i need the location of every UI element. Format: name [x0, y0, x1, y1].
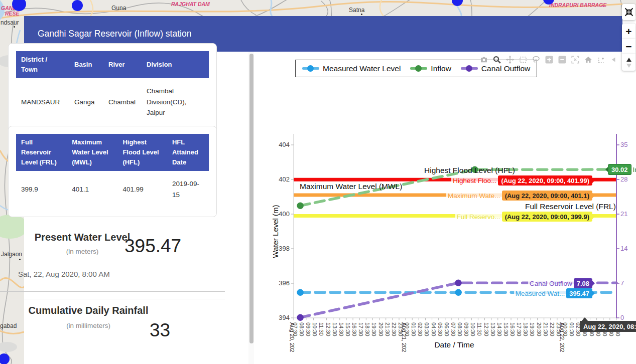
x-axis-tick-label: 05:30 [437, 322, 443, 336]
hover-label-pointer [592, 281, 597, 286]
station-info-card: District / Town Basin River Division MAN… [8, 43, 217, 135]
frl-cell: 399.9 [16, 171, 67, 209]
map-label: RESE [5, 11, 20, 17]
hover-label: Measured Wat...395.47 [514, 288, 597, 298]
rainfall-unit: (in millimeters) [18, 322, 159, 329]
map-tilt-button[interactable] [622, 54, 635, 71]
column-header: Division [142, 51, 209, 78]
x-axis-tick-label: 19:30 [529, 322, 535, 336]
present-water-level-timestamp: Sat, 22, Aug 2020, 8:00 AM [18, 270, 110, 278]
map-label: Satna [349, 7, 364, 14]
rainfall-title: Cumulative Daily Rainfall [18, 305, 159, 316]
chart-annotation: Maximum Water Level (MWL) [300, 182, 402, 191]
x-axis-tick-label: 21:30 [385, 322, 391, 336]
hfl-date-cell: 2019-09-15 [167, 171, 209, 209]
x-axis-tick-label: 22:30 [391, 322, 397, 336]
x-axis-tick-label: 10:30 [312, 322, 318, 336]
x-axis-tick-label: 16:30 [351, 322, 357, 336]
hover-label-name: Canal Outflow [528, 279, 574, 288]
x-axis-tick-label: 20:30 [378, 322, 384, 336]
plus-icon: + [625, 26, 631, 38]
y-axis-tick-label: 394 [274, 314, 290, 321]
right-axis-tick-label: 35 [620, 141, 627, 148]
right-axis-tick-label: 7 [620, 279, 624, 287]
collapse-icon [624, 7, 634, 17]
hover-label: Canal Outflow7.08 [528, 278, 597, 288]
right-axis-tick-label: 28 [620, 175, 627, 183]
town-dot [14, 26, 15, 28]
table-row: MANDSAUR Ganga Chambal Chambal Division(… [16, 78, 209, 127]
right-axis-tick-label: 21 [620, 210, 627, 218]
x-axis-tick-label: 02:30 [417, 322, 423, 336]
hover-label-value: 395.47 [566, 288, 592, 298]
map-label: RAJGHAT DAM [171, 1, 210, 7]
x-axis-tick-label: 15:30 [345, 322, 351, 336]
y-axis-tick-label: 396 [274, 279, 290, 287]
chart-annotation: Highest Flood Level (HFL) [424, 166, 515, 175]
column-header: Basin [69, 51, 103, 78]
basin-cell: Ganga [69, 78, 103, 127]
station-marker[interactable] [72, 0, 83, 11]
x-axis-tick-label: 01:30 [411, 322, 417, 336]
x-axis-tick-label: 13:30 [332, 322, 338, 336]
x-axis-tick-label: 12:30 [483, 322, 489, 336]
x-axis-tick-label: 13:30 [490, 322, 496, 336]
rainfall-section: Cumulative Daily Rainfall (in millimeter… [8, 300, 229, 364]
x-axis-tick-label: 03:30 [424, 322, 430, 336]
hover-label: Maximum Wate...(Aug 22, 2020, 09:00, 401… [446, 191, 597, 201]
x-axis-tick-label: 18:30 [364, 322, 370, 336]
column-header: Full Reservoir Level (FRL) [16, 134, 67, 171]
column-header: HFL Attained Date [167, 134, 209, 171]
left-panel-scrollbar[interactable] [248, 52, 254, 364]
hover-label-value: 7.08 [574, 278, 592, 288]
water-level-chart[interactable]: Measured Water Level Inflow Canal Outflo… [266, 52, 636, 364]
y-axis-tick-label: 402 [274, 175, 290, 183]
minus-icon: − [625, 41, 631, 53]
map-label: Guna [111, 5, 126, 12]
hover-label-name: Measured Wat... [514, 289, 567, 298]
x-axis-tick-label: 07:30 [450, 322, 456, 336]
map-collapse-button[interactable] [622, 4, 635, 20]
section-divider [0, 291, 225, 292]
x-axis-tick-label: 08:30 [457, 322, 463, 336]
hover-label-name: Highest Floo... [451, 176, 498, 185]
x-axis-tick-label: 11:30 [476, 322, 482, 336]
district-cell: MANDSAUR [16, 78, 69, 127]
town-dot [361, 14, 362, 15]
map-zoom-out-button[interactable]: − [622, 39, 635, 54]
mwl-cell: 401.1 [67, 171, 117, 209]
hover-label-value: 30.02 [608, 164, 631, 175]
hover-label-pointer [592, 193, 597, 198]
rainfall-value: 33 [150, 320, 170, 341]
x-axis-tick-label: 17:30 [516, 322, 522, 336]
x-axis-date-label: Aug 21, 202 [401, 322, 407, 352]
table-row: 399.9 401.1 401.99 2019-09-15 [16, 171, 209, 209]
hover-label-pointer [592, 178, 597, 183]
section-divider [0, 299, 225, 299]
column-header: Highest Flood Level (HFL) [117, 134, 167, 171]
hover-label-value: (Aug 22, 2020, 09:00, 399.9) [502, 212, 592, 222]
hfl-cell: 401.99 [117, 171, 167, 209]
x-axis-tick-label: 14:30 [496, 322, 502, 336]
x-axis-tick-label: 16:30 [510, 322, 516, 336]
scrollbar-thumb[interactable] [249, 54, 253, 343]
station-info-table: District / Town Basin River Division MAN… [16, 51, 209, 127]
x-axis-tick-label: 10:30 [470, 322, 476, 336]
hover-label: Full Reservo...(Aug 22, 2020, 09:00, 399… [455, 212, 597, 222]
hover-label-value: (Aug 22, 2020, 09:00, 401.1) [502, 191, 592, 201]
division-cell: Chambal Division(CD), Jaipur [142, 78, 209, 127]
hover-label-name: Maximum Wate... [446, 192, 502, 200]
map-zoom-in-button[interactable]: + [622, 24, 635, 39]
hover-label: 30.02Inflow [603, 164, 636, 175]
right-axis-tick-label: 0 [620, 314, 624, 321]
x-axis-tick-label: 09:30 [305, 322, 311, 336]
column-header: District / Town [16, 51, 69, 78]
river-cell: Chambal [103, 78, 142, 127]
x-axis-tick-label: 22:30 [549, 322, 555, 336]
x-axis-date-label: Aug 20, 202 [289, 322, 295, 352]
x-axis-tick-label: 01:30 [569, 322, 575, 336]
present-water-level-section: Present Water Level (in meters) 395.47 S… [8, 211, 229, 291]
up-down-arrows-icon [625, 57, 632, 68]
x-axis-date-label: Aug 22, 202 [559, 322, 565, 352]
x-axis-tick-label: 08:30 [299, 322, 305, 336]
